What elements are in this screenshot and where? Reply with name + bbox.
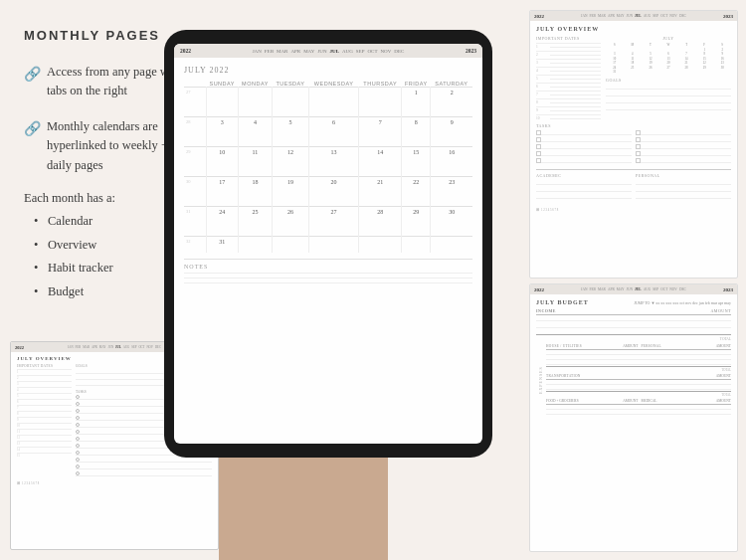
link-icon-1: 🔗	[24, 64, 41, 85]
overview-content: JULY OVERVIEW IMPORTANT DATES 1 2 3 4 5 …	[530, 21, 737, 217]
goals-label: GOALS	[606, 78, 731, 83]
ov-jun: JUN	[627, 14, 633, 18]
expenses-content: HOUSE / UTILITIES AMOUNT PERSONAL AMOUNT…	[546, 344, 731, 416]
personal-label: PERSONAL	[636, 173, 731, 178]
header-friday: FRIDAY	[402, 81, 431, 88]
notes-line-2	[184, 278, 472, 279]
right-budget-panel: 2022 JANFEBMARAPRMAYJUNJULAUGSEPOCTNOVDE…	[529, 283, 738, 552]
ov-oct: OCT	[660, 14, 667, 18]
nav-mar: MAR	[277, 49, 287, 54]
important-dates-label: IMPORTANT DATES	[536, 36, 601, 41]
mc-f: F	[695, 43, 713, 47]
nav-nov: NOV	[380, 49, 391, 54]
mc-t: T	[642, 43, 659, 47]
income-label: INCOME	[536, 308, 694, 313]
nav-feb: FEB	[265, 49, 274, 54]
food-medical-headers: FOOD + GROCERIES AMOUNT MEDICAL AMOUNT	[546, 399, 731, 405]
tablet-nav: 2022 JAN FEB MAR APR MAY JUN JUL AUG SEP…	[174, 44, 482, 58]
ov-nov: NOV	[669, 14, 677, 18]
tasks-col-1	[536, 130, 632, 165]
overview-nav-year-right: 2023	[723, 14, 733, 19]
food-label: FOOD + GROCERIES	[546, 399, 608, 403]
calendar-grid: SUNDAY MONDAY TUESDAY WEDNESDAY THURSDAY…	[184, 81, 472, 253]
personal-budget-label: PERSONAL	[640, 344, 701, 348]
overview-row: 2	[536, 51, 601, 58]
calendar-content: JULY 2022 SUNDAY MONDAY TUESDAY WEDNESDA…	[174, 58, 482, 444]
personal-col: PERSONAL	[636, 173, 731, 201]
overview-row: 1	[536, 43, 601, 50]
goals-line-3	[606, 98, 731, 103]
right-overview-nav: 2022 JANFEBMARAPRMAYJUNJULAUGSEPOCTNOVDE…	[530, 11, 737, 21]
mc-s2: S	[713, 43, 731, 47]
bottom-pagination: ⊞ 1 2 3 4 5 6 7 8	[17, 480, 212, 485]
nav-apr: APR	[290, 49, 300, 54]
important-dates-col: IMPORTANT DATES 1 2 3 4 5 6 7 8 9 10	[536, 36, 601, 121]
header-sunday: SUNDAY	[206, 81, 238, 88]
ov-dec: DEC	[679, 14, 686, 18]
overview-row: 9	[536, 106, 601, 113]
header-wednesday: WEDNESDAY	[308, 81, 358, 88]
mini-calendar: SMTWTFS 12 3456789 10111213141516 171819…	[606, 43, 731, 74]
nav-jan: JAN	[253, 49, 262, 54]
house-label: HOUSE / UTILITIES	[546, 344, 608, 348]
overview-two-col: IMPORTANT DATES 1 2 3 4 5 6 7 8 9 10 JUL…	[536, 36, 731, 121]
table-row: 30 17 18 19 20 21 22 23	[184, 177, 472, 207]
mini-cal-label: JULY	[606, 36, 731, 41]
tablet-screen: 2022 JAN FEB MAR APR MAY JUN JUL AUG SEP…	[174, 44, 482, 444]
notes-line-3	[184, 282, 472, 283]
budget-nav-year-right: 2023	[723, 287, 733, 292]
tasks-label: TASKS	[536, 123, 731, 128]
table-row: 29 10 11 12 13 14 15 16	[184, 147, 472, 177]
expenses-rotated-label: EXPENSES	[536, 344, 544, 416]
nav-dec: DEC	[394, 49, 404, 54]
calendar-title: JULY 2022	[184, 66, 472, 75]
mc-m: M	[624, 43, 642, 47]
important-dates-rows: 1 2 3 4 5 6 7 8 9 10	[536, 43, 601, 121]
pagination: ⊞ 1 2 3 4 5 6 7 8	[536, 207, 731, 212]
ov-apr: APR	[608, 14, 615, 18]
tasks-rows	[536, 130, 731, 165]
ov-mar: MAR	[598, 14, 606, 18]
overview-title: JULY OVERVIEW	[536, 26, 731, 32]
overview-row: 5	[536, 75, 601, 82]
table-row: 32 31	[184, 237, 472, 253]
transportation-label: TRANSPORTATION	[546, 374, 700, 378]
budget-title: JULY BUDGET	[536, 299, 589, 305]
budget-jump-to: JUMP TO ▼ xx xx xxx xxx oct nov dec jan …	[634, 300, 731, 305]
amount-label: AMOUNT	[696, 308, 731, 313]
tablet-nav-months: JAN FEB MAR APR MAY JUN JUL AUG SEP OCT …	[253, 49, 405, 54]
overview-row: 10	[536, 114, 601, 121]
notes-label: NOTES	[184, 264, 472, 270]
overview-row: 8	[536, 98, 601, 105]
mc-t2: T	[677, 43, 695, 47]
income-line-2	[536, 323, 731, 328]
goals-line-1	[606, 85, 731, 90]
budget-content: JULY BUDGET JUMP TO ▼ xx xx xxx xxx oct …	[530, 294, 737, 421]
header-tuesday: TUESDAY	[272, 81, 308, 88]
header-saturday: SATURDAY	[431, 81, 472, 88]
academic-personal: ACADEMIC PERSONAL	[536, 169, 731, 201]
budget-nav-months: JANFEBMARAPRMAYJUNJULAUGSEPOCTNOVDEC	[581, 287, 686, 291]
transportation-row: TRANSPORTATION AMOUNT	[546, 374, 731, 380]
expense-headers: HOUSE / UTILITIES AMOUNT PERSONAL AMOUNT	[546, 344, 731, 350]
overview-nav-year-left: 2022	[534, 14, 544, 19]
ov-jan: JAN	[581, 14, 587, 18]
overview-row: 3	[536, 59, 601, 66]
table-row: 28 3 4 5 6 7 8 9	[184, 117, 472, 147]
table-row: 31 24 25 26 27 28 29 30	[184, 207, 472, 237]
tablet-frame: 2022 JAN FEB MAR APR MAY JUN JUL AUG SEP…	[164, 30, 492, 458]
income-total-line	[536, 330, 731, 335]
nav-sep: SEP	[356, 49, 365, 54]
academic-col: ACADEMIC	[536, 173, 632, 201]
nav-jul: JUL	[330, 49, 339, 54]
notes-line-1	[184, 273, 472, 274]
ov-sep: SEP	[653, 14, 658, 18]
bottom-important-dates: IMPORTANT DATES	[17, 364, 72, 368]
tasks-col-2	[636, 130, 731, 165]
header-thursday: THURSDAY	[359, 81, 402, 88]
date-row: 15	[17, 453, 72, 459]
goals-line-4	[606, 105, 731, 110]
medical-label: MEDICAL	[640, 399, 701, 403]
expenses-section: EXPENSES HOUSE / UTILITIES AMOUNT PERSON…	[536, 344, 731, 416]
academic-label: ACADEMIC	[536, 173, 632, 178]
